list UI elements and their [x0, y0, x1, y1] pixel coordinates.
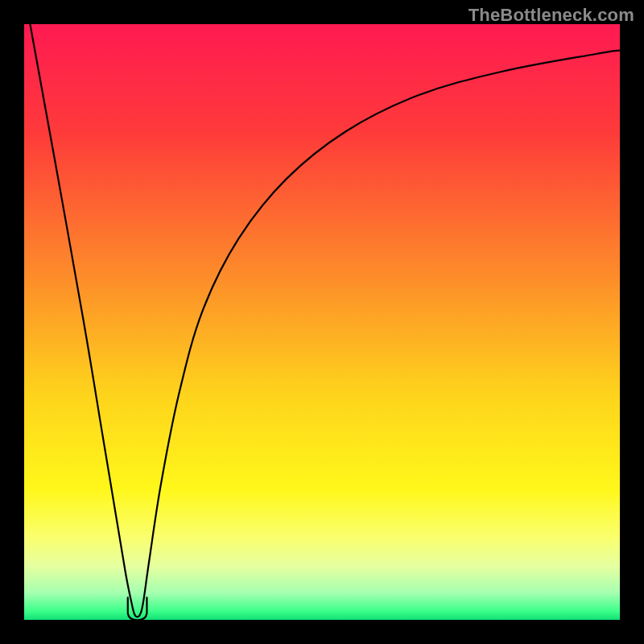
plot-area [24, 24, 620, 620]
chart-frame: TheBottleneck.com [0, 0, 644, 644]
bottleneck-curve [30, 24, 620, 617]
watermark-text: TheBottleneck.com [469, 5, 634, 26]
curve-layer [24, 24, 620, 620]
